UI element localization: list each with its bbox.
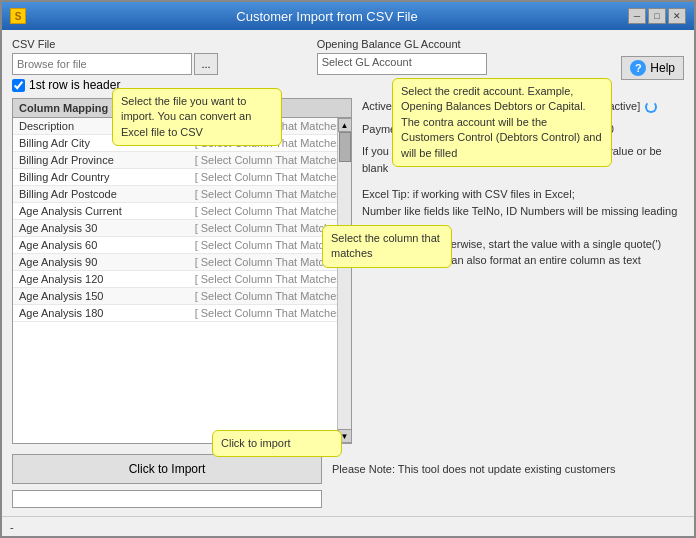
title-bar: S Customer Import from CSV File ─ □ ✕	[2, 2, 694, 30]
import-button[interactable]: Click to Import	[12, 454, 322, 484]
gl-label: Opening Balance GL Account	[317, 38, 612, 50]
row-column-select[interactable]: [ Select Column That Matches ]	[189, 237, 337, 253]
row-column-select[interactable]: [ Select Column That Matches ]	[189, 220, 337, 236]
browse-button[interactable]: ...	[194, 53, 218, 75]
row-description: Age Analysis 150	[13, 288, 189, 304]
tooltip-column: Select the column that matches	[322, 225, 452, 268]
progress-row	[12, 490, 684, 508]
row-column-select[interactable]: [ Select Column That Matches ]	[189, 203, 337, 219]
gl-select[interactable]: Select GL Account	[317, 53, 487, 75]
progress-bar	[12, 490, 322, 508]
header-label: 1st row is header	[29, 78, 120, 92]
content-area: CSV File ... 1st row is header Opening B…	[2, 30, 694, 516]
row-description: Age Analysis 90	[13, 254, 189, 270]
spinner-icon	[645, 101, 657, 113]
row-description: Age Analysis 60	[13, 237, 189, 253]
row-description: Billing Adr Province	[13, 152, 189, 168]
title-buttons: ─ □ ✕	[628, 8, 686, 24]
table-row: Billing Adr Postcode [ Select Column Tha…	[13, 186, 337, 203]
table-row: Age Analysis Current [ Select Column Tha…	[13, 203, 337, 220]
row-column-select[interactable]: [ Select Column That Matches ]	[189, 254, 337, 270]
row-column-select[interactable]: [ Select Column That Matches ]	[189, 186, 337, 202]
tooltip-gl: Select the credit account. Example, Open…	[392, 78, 612, 167]
table-row: Age Analysis 120 [ Select Column That Ma…	[13, 271, 337, 288]
table-row: Age Analysis 90 [ Select Column That Mat…	[13, 254, 337, 271]
restore-button[interactable]: □	[648, 8, 666, 24]
row-description: Age Analysis Current	[13, 203, 189, 219]
app-icon: S	[10, 8, 26, 24]
row-description: Billing Adr Country	[13, 169, 189, 185]
row-column-select[interactable]: [ Select Column That Matches ]	[189, 152, 337, 168]
help-button[interactable]: ? Help	[621, 56, 684, 80]
minimize-button[interactable]: ─	[628, 8, 646, 24]
note-text: Please Note: This tool does not update e…	[332, 463, 684, 475]
csv-section: CSV File ... 1st row is header	[12, 38, 307, 92]
row-description: Age Analysis 180	[13, 305, 189, 321]
row-column-select[interactable]: [ Select Column That Matches ]	[189, 305, 337, 321]
close-button[interactable]: ✕	[668, 8, 686, 24]
main-window: S Customer Import from CSV File ─ □ ✕ CS…	[0, 0, 696, 538]
table-body: Description [ Select Column That Matches…	[13, 118, 337, 443]
status-text: -	[10, 521, 14, 533]
scroll-up-button[interactable]: ▲	[338, 118, 352, 132]
table-row: Age Analysis 180 [ Select Column That Ma…	[13, 305, 337, 322]
gl-section: Opening Balance GL Account Select GL Acc…	[317, 38, 612, 75]
vertical-scrollbar[interactable]: ▲ ▼	[337, 118, 351, 443]
bottom-section: Click to Import Please Note: This tool d…	[12, 454, 684, 484]
header-checkbox[interactable]	[12, 79, 25, 92]
row-column-select[interactable]: [ Select Column That Matches ]	[189, 169, 337, 185]
row-description: Age Analysis 120	[13, 271, 189, 287]
row-column-select[interactable]: [ Select Column That Matches ]	[189, 271, 337, 287]
help-label: Help	[650, 61, 675, 75]
status-bar: -	[2, 516, 694, 536]
help-section: ? Help	[621, 38, 684, 80]
column-mapping-table: Column Mapping Column in CSV Description…	[12, 98, 352, 444]
table-row: Age Analysis 150 [ Select Column That Ma…	[13, 288, 337, 305]
table-row: Billing Adr Province [ Select Column Tha…	[13, 152, 337, 169]
tooltip-import: Click to import	[212, 430, 342, 457]
tooltip-file: Select the file you want to import. You …	[112, 88, 282, 146]
scroll-thumb[interactable]	[339, 132, 351, 162]
file-input[interactable]	[12, 53, 192, 75]
scroll-track	[338, 132, 351, 429]
help-icon: ?	[630, 60, 646, 76]
row-description: Age Analysis 30	[13, 220, 189, 236]
table-row: Age Analysis 30 [ Select Column That Mat…	[13, 220, 337, 237]
row-description: Billing Adr Postcode	[13, 186, 189, 202]
file-row: ...	[12, 53, 307, 75]
csv-label: CSV File	[12, 38, 307, 50]
table-row: Billing Adr Country [ Select Column That…	[13, 169, 337, 186]
window-title: Customer Import from CSV File	[26, 9, 628, 24]
table-row: Age Analysis 60 [ Select Column That Mat…	[13, 237, 337, 254]
row-column-select[interactable]: [ Select Column That Matches ]	[189, 288, 337, 304]
